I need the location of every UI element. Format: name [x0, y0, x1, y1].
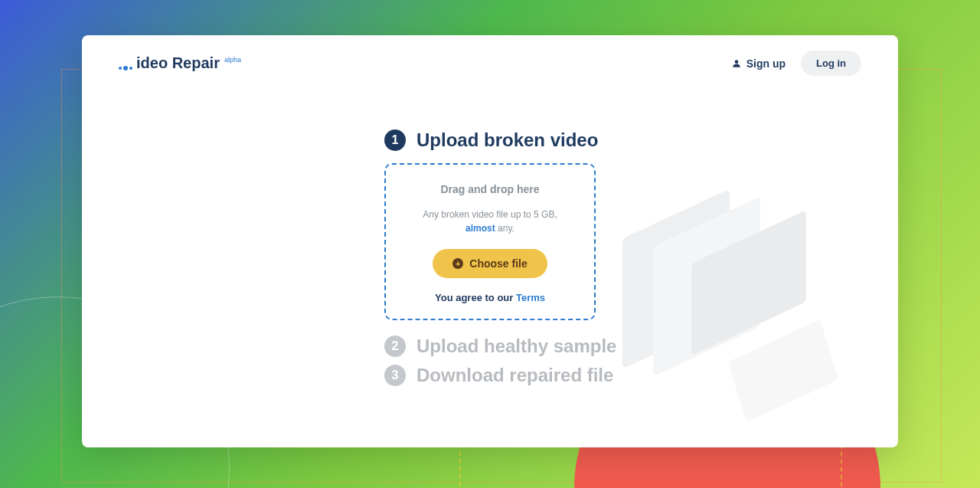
logo[interactable]: ideo Repair alpha	[119, 54, 241, 72]
hint-suffix: any.	[495, 223, 514, 234]
logo-suffix: alpha	[224, 56, 241, 64]
terms-text: You agree to our Terms	[401, 292, 579, 303]
step-title-3: Download repaired file	[416, 365, 613, 386]
hint-prefix: Any broken video file up to 5 GB,	[423, 209, 557, 220]
plus-icon: +	[452, 258, 463, 269]
terms-prefix: You agree to our	[435, 292, 516, 303]
logo-icon	[119, 66, 132, 70]
drag-text: Drag and drop here	[401, 183, 579, 195]
upload-dropzone[interactable]: Drag and drop here Any broken video file…	[384, 163, 596, 320]
main-content: 1 Upload broken video Drag and drop here…	[82, 91, 898, 386]
choose-file-label: Choose file	[469, 257, 527, 270]
header-actions: Sign up Log in	[731, 51, 861, 76]
user-icon	[731, 58, 742, 69]
isometric-illustration	[622, 198, 860, 413]
step-title-1: Upload broken video	[416, 129, 598, 151]
signup-link[interactable]: Sign up	[731, 57, 786, 70]
signup-label: Sign up	[746, 57, 786, 70]
choose-file-button[interactable]: + Choose file	[433, 249, 547, 278]
svg-point-0	[734, 60, 738, 64]
step-number-2: 2	[384, 336, 406, 357]
header: ideo Repair alpha Sign up Log in	[82, 35, 898, 91]
step-title-2: Upload healthy sample	[416, 336, 616, 357]
step-number-3: 3	[384, 365, 406, 386]
logo-text: ideo Repair	[136, 54, 220, 72]
hint-highlight[interactable]: almost	[466, 223, 495, 234]
login-button[interactable]: Log in	[801, 51, 861, 76]
file-hint: Any broken video file up to 5 GB, almost…	[401, 208, 579, 235]
main-card: ideo Repair alpha Sign up Log in 1 Uploa…	[82, 35, 898, 447]
step-number-1: 1	[384, 129, 406, 151]
terms-link[interactable]: Terms	[516, 292, 545, 303]
step-1: 1 Upload broken video	[384, 129, 898, 151]
